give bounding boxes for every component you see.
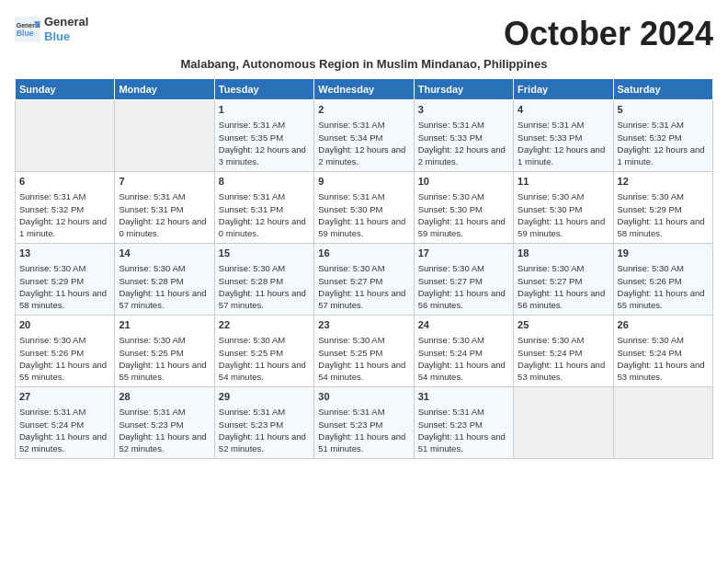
day-number: 3 xyxy=(418,103,509,117)
daylight-text: Daylight: 12 hours and 0 minutes. xyxy=(119,216,206,238)
calendar-cell: 7Sunrise: 5:31 AMSunset: 5:31 PMDaylight… xyxy=(115,172,214,244)
calendar-cell: 12Sunrise: 5:30 AMSunset: 5:29 PMDayligh… xyxy=(613,172,712,244)
calendar-cell: 11Sunrise: 5:30 AMSunset: 5:30 PMDayligh… xyxy=(514,172,613,244)
daylight-text: Daylight: 11 hours and 58 minutes. xyxy=(19,288,107,310)
sunrise-text: Sunrise: 5:31 AM xyxy=(119,407,185,417)
daylight-text: Daylight: 11 hours and 57 minutes. xyxy=(318,288,405,310)
page-subtitle: Malabang, Autonomous Region in Muslim Mi… xyxy=(15,57,713,71)
sunrise-text: Sunrise: 5:31 AM xyxy=(318,407,384,417)
week-row-5: 27Sunrise: 5:31 AMSunset: 5:24 PMDayligh… xyxy=(16,387,713,459)
day-number: 27 xyxy=(19,390,110,404)
sunset-text: Sunset: 5:26 PM xyxy=(19,348,84,358)
daylight-text: Daylight: 11 hours and 59 minutes. xyxy=(318,216,405,238)
calendar-cell: 29Sunrise: 5:31 AMSunset: 5:23 PMDayligh… xyxy=(214,387,313,459)
daylight-text: Daylight: 11 hours and 54 minutes. xyxy=(318,360,405,382)
calendar-cell xyxy=(514,387,613,459)
week-row-4: 20Sunrise: 5:30 AMSunset: 5:26 PMDayligh… xyxy=(16,316,713,387)
sunrise-text: Sunrise: 5:31 AM xyxy=(518,120,584,130)
day-number: 23 xyxy=(318,318,409,332)
day-number: 13 xyxy=(19,247,110,260)
day-number: 19 xyxy=(618,247,709,260)
day-number: 21 xyxy=(119,318,210,332)
sunset-text: Sunset: 5:30 PM xyxy=(318,204,382,214)
sunset-text: Sunset: 5:35 PM xyxy=(219,132,283,143)
day-number: 16 xyxy=(318,247,409,260)
day-number: 17 xyxy=(418,247,509,260)
day-number: 11 xyxy=(518,175,609,189)
daylight-text: Daylight: 11 hours and 52 minutes. xyxy=(119,431,206,454)
sunrise-text: Sunrise: 5:31 AM xyxy=(19,407,85,417)
daylight-text: Daylight: 12 hours and 1 minute. xyxy=(518,144,605,167)
daylight-text: Daylight: 11 hours and 51 minutes. xyxy=(318,431,405,454)
daylight-text: Daylight: 11 hours and 55 minutes. xyxy=(19,360,107,382)
svg-text:Blue: Blue xyxy=(17,29,34,38)
daylight-text: Daylight: 11 hours and 53 minutes. xyxy=(518,360,605,382)
day-number: 9 xyxy=(318,175,409,189)
sunset-text: Sunset: 5:34 PM xyxy=(318,132,382,143)
calendar-cell: 21Sunrise: 5:30 AMSunset: 5:25 PMDayligh… xyxy=(115,316,214,387)
sunrise-text: Sunrise: 5:30 AM xyxy=(418,263,484,273)
calendar-cell: 16Sunrise: 5:30 AMSunset: 5:27 PMDayligh… xyxy=(314,244,414,316)
calendar-cell: 9Sunrise: 5:31 AMSunset: 5:30 PMDaylight… xyxy=(314,172,414,244)
day-number: 28 xyxy=(119,390,210,404)
calendar-cell: 15Sunrise: 5:30 AMSunset: 5:28 PMDayligh… xyxy=(214,244,313,316)
daylight-text: Daylight: 11 hours and 57 minutes. xyxy=(119,288,206,310)
day-number: 30 xyxy=(318,390,409,404)
sunrise-text: Sunrise: 5:31 AM xyxy=(219,407,285,417)
sunrise-text: Sunrise: 5:30 AM xyxy=(119,263,185,273)
day-number: 18 xyxy=(518,247,609,260)
weekday-header-wednesday: Wednesday xyxy=(314,79,414,100)
sunrise-text: Sunrise: 5:31 AM xyxy=(219,120,285,130)
logo-line2: Blue xyxy=(44,29,88,44)
calendar-cell: 30Sunrise: 5:31 AMSunset: 5:23 PMDayligh… xyxy=(314,387,414,459)
sunrise-text: Sunrise: 5:31 AM xyxy=(19,191,85,201)
sunset-text: Sunset: 5:32 PM xyxy=(618,132,682,143)
calendar-cell: 10Sunrise: 5:30 AMSunset: 5:30 PMDayligh… xyxy=(414,172,513,244)
sunrise-text: Sunrise: 5:30 AM xyxy=(318,263,384,273)
daylight-text: Daylight: 12 hours and 0 minutes. xyxy=(219,216,306,238)
daylight-text: Daylight: 12 hours and 1 minute. xyxy=(618,144,705,167)
logo: General Blue General Blue xyxy=(15,15,88,43)
sunset-text: Sunset: 5:28 PM xyxy=(119,276,183,286)
calendar-cell: 8Sunrise: 5:31 AMSunset: 5:31 PMDaylight… xyxy=(214,172,313,244)
weekday-header-thursday: Thursday xyxy=(414,79,513,100)
calendar-cell: 26Sunrise: 5:30 AMSunset: 5:24 PMDayligh… xyxy=(613,316,712,387)
daylight-text: Daylight: 11 hours and 58 minutes. xyxy=(618,216,705,238)
sunset-text: Sunset: 5:28 PM xyxy=(219,276,283,286)
sunset-text: Sunset: 5:33 PM xyxy=(418,132,483,143)
page-header: General Blue General Blue October 2024 xyxy=(15,15,713,53)
calendar-cell: 14Sunrise: 5:30 AMSunset: 5:28 PMDayligh… xyxy=(115,244,214,316)
day-number: 22 xyxy=(219,318,310,332)
sunrise-text: Sunrise: 5:30 AM xyxy=(418,335,484,345)
day-number: 20 xyxy=(19,318,110,332)
weekday-header-sunday: Sunday xyxy=(16,79,115,100)
calendar-cell xyxy=(115,100,214,172)
logo-line1: General xyxy=(44,15,88,29)
daylight-text: Daylight: 11 hours and 51 minutes. xyxy=(418,431,506,454)
daylight-text: Daylight: 11 hours and 55 minutes. xyxy=(618,288,705,310)
sunrise-text: Sunrise: 5:30 AM xyxy=(618,335,684,345)
sunrise-text: Sunrise: 5:31 AM xyxy=(318,120,384,130)
sunset-text: Sunset: 5:25 PM xyxy=(119,348,183,358)
sunset-text: Sunset: 5:30 PM xyxy=(518,204,582,214)
calendar-cell: 25Sunrise: 5:30 AMSunset: 5:24 PMDayligh… xyxy=(514,316,613,387)
calendar-cell: 24Sunrise: 5:30 AMSunset: 5:24 PMDayligh… xyxy=(414,316,513,387)
sunrise-text: Sunrise: 5:31 AM xyxy=(618,120,684,130)
weekday-header-friday: Friday xyxy=(514,79,613,100)
sunset-text: Sunset: 5:25 PM xyxy=(219,348,283,358)
sunset-text: Sunset: 5:25 PM xyxy=(318,348,382,358)
sunrise-text: Sunrise: 5:30 AM xyxy=(318,335,384,345)
sunrise-text: Sunrise: 5:30 AM xyxy=(618,263,684,273)
sunrise-text: Sunrise: 5:31 AM xyxy=(119,191,185,201)
day-number: 31 xyxy=(418,390,509,404)
sunrise-text: Sunrise: 5:30 AM xyxy=(219,335,285,345)
calendar-cell: 23Sunrise: 5:30 AMSunset: 5:25 PMDayligh… xyxy=(314,316,414,387)
daylight-text: Daylight: 11 hours and 54 minutes. xyxy=(219,360,306,382)
sunrise-text: Sunrise: 5:31 AM xyxy=(318,191,384,201)
sunset-text: Sunset: 5:30 PM xyxy=(418,204,483,214)
sunset-text: Sunset: 5:23 PM xyxy=(119,419,183,430)
day-number: 29 xyxy=(219,390,310,404)
daylight-text: Daylight: 11 hours and 57 minutes. xyxy=(219,288,306,310)
daylight-text: Daylight: 12 hours and 2 minutes. xyxy=(418,144,506,167)
sunset-text: Sunset: 5:24 PM xyxy=(19,419,84,430)
